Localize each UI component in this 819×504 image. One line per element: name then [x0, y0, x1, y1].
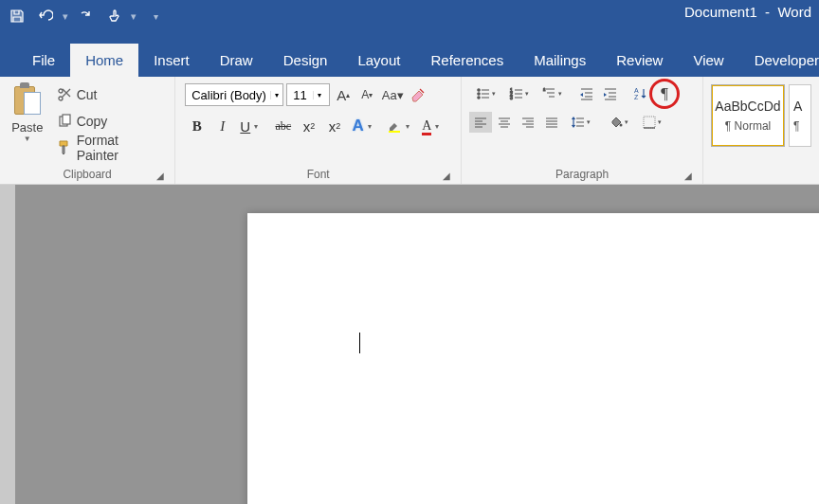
- highlight-button[interactable]: ▾: [383, 115, 416, 137]
- bullets-button[interactable]: ▾: [469, 83, 501, 104]
- text-cursor: [359, 333, 360, 353]
- tab-draw[interactable]: Draw: [205, 44, 268, 77]
- superscript-button[interactable]: x2: [322, 115, 346, 137]
- chevron-down-icon: ▾: [313, 91, 326, 99]
- align-left-button[interactable]: [469, 112, 492, 133]
- cut-button[interactable]: Cut: [51, 82, 170, 107]
- ribbon: Paste ▼ Cut Copy Format Painter Clipboar…: [0, 77, 819, 185]
- chevron-down-icon: ▾: [270, 91, 283, 99]
- svg-point-6: [477, 93, 479, 95]
- tab-view[interactable]: View: [678, 44, 738, 77]
- bullets-icon: [476, 86, 491, 101]
- paste-button[interactable]: Paste ▼: [6, 81, 49, 165]
- font-name-combo[interactable]: Calibri (Body)▾: [185, 83, 283, 106]
- paragraph-launcher-icon[interactable]: ◢: [682, 169, 695, 182]
- svg-point-7: [477, 97, 479, 99]
- qat-dropdown-arrow-icon[interactable]: ▾: [63, 10, 68, 23]
- save-button[interactable]: [6, 5, 28, 27]
- clipboard-icon: [12, 82, 43, 118]
- group-label-paragraph: Paragraph: [555, 168, 609, 181]
- svg-text:3: 3: [510, 95, 513, 100]
- multilevel-list-button[interactable]: 1▾: [536, 83, 568, 104]
- align-center-icon: [497, 115, 512, 130]
- line-spacing-button[interactable]: ▾: [564, 112, 596, 133]
- copy-button[interactable]: Copy: [51, 109, 170, 134]
- numbering-button[interactable]: 123▾: [502, 83, 535, 104]
- borders-button[interactable]: ▾: [635, 112, 667, 133]
- style-next[interactable]: A ¶: [789, 84, 811, 147]
- sort-icon: AZ: [633, 86, 648, 101]
- page[interactable]: [247, 213, 819, 504]
- align-right-icon: [520, 115, 536, 130]
- tab-file[interactable]: File: [17, 44, 70, 77]
- paint-bucket-icon: [609, 115, 624, 130]
- qat-dropdown-arrow-icon[interactable]: ▾: [131, 10, 136, 23]
- underline-button[interactable]: U▾: [236, 115, 269, 137]
- tab-developer[interactable]: Developer: [739, 44, 819, 77]
- highlighter-icon: [387, 118, 402, 134]
- redo-button[interactable]: [74, 5, 97, 27]
- tab-design[interactable]: Design: [268, 44, 343, 77]
- indent-icon: [603, 86, 618, 101]
- chevron-down-icon: ▾: [435, 122, 439, 131]
- change-case-button[interactable]: Aa▾: [380, 84, 405, 105]
- shrink-font-button[interactable]: A▾: [356, 84, 377, 105]
- touch-mode-button[interactable]: [102, 5, 125, 27]
- app-name: Word: [777, 4, 811, 20]
- show-hide-pilcrow-button[interactable]: ¶: [653, 83, 676, 104]
- group-clipboard: Paste ▼ Cut Copy Format Painter Clipboar…: [0, 77, 175, 184]
- font-size-combo[interactable]: 11▾: [286, 83, 330, 106]
- copy-icon: [57, 114, 72, 129]
- style-normal[interactable]: AaBbCcDd ¶ Normal: [711, 84, 785, 147]
- justify-button[interactable]: [540, 112, 563, 133]
- bold-button[interactable]: B: [185, 115, 209, 137]
- window-title: Document1 - Word: [684, 4, 811, 20]
- multilevel-icon: 1: [542, 86, 557, 101]
- sort-button[interactable]: AZ: [629, 83, 652, 104]
- shading-button[interactable]: ▾: [602, 112, 634, 133]
- subscript-button[interactable]: x2: [297, 115, 320, 137]
- group-paragraph: ▾ 123▾ 1▾ AZ ¶ ▾ ▾: [462, 77, 703, 184]
- chevron-down-icon[interactable]: ▼: [24, 135, 31, 143]
- svg-point-1: [59, 97, 63, 100]
- outdent-icon: [579, 86, 594, 101]
- tab-home[interactable]: Home: [70, 44, 138, 77]
- chevron-down-icon: ▾: [254, 122, 258, 131]
- style-sample: AaBbCcDd: [715, 99, 780, 114]
- group-label-font: Font: [307, 168, 330, 181]
- svg-point-14: [619, 124, 622, 127]
- paintbrush-icon: [57, 140, 72, 155]
- font-launcher-icon[interactable]: ◢: [440, 169, 453, 182]
- tab-insert[interactable]: Insert: [138, 44, 205, 77]
- align-left-icon: [473, 115, 488, 130]
- document-area[interactable]: [15, 185, 819, 504]
- text-effects-button[interactable]: A▾: [349, 115, 382, 137]
- qat-customize-icon[interactable]: ▾: [154, 11, 158, 22]
- tab-references[interactable]: References: [415, 44, 519, 77]
- scissors-icon: [57, 87, 72, 102]
- increase-indent-button[interactable]: [599, 83, 622, 104]
- workspace: [0, 185, 819, 504]
- italic-button[interactable]: I: [210, 115, 234, 137]
- numbering-icon: 123: [509, 86, 524, 101]
- group-font: Calibri (Body)▾ 11▾ A▴ A▾ Aa▾ B I U▾ abc…: [175, 77, 462, 184]
- svg-point-5: [477, 89, 479, 91]
- tab-mailings[interactable]: Mailings: [519, 44, 601, 77]
- format-painter-button[interactable]: Format Painter: [51, 135, 170, 160]
- grow-font-button[interactable]: A▴: [333, 84, 354, 105]
- decrease-indent-button[interactable]: [575, 83, 598, 104]
- tab-layout[interactable]: Layout: [342, 44, 415, 77]
- line-spacing-icon: [571, 115, 586, 130]
- clipboard-launcher-icon[interactable]: ◢: [154, 169, 167, 182]
- undo-button[interactable]: [34, 5, 57, 27]
- align-center-button[interactable]: [493, 112, 516, 133]
- tab-review[interactable]: Review: [601, 44, 678, 77]
- strikethrough-button[interactable]: abc: [271, 115, 295, 137]
- clear-formatting-button[interactable]: [408, 84, 428, 105]
- svg-point-0: [59, 89, 63, 93]
- group-label-clipboard: Clipboard: [63, 168, 111, 181]
- font-color-button[interactable]: A▾: [418, 115, 451, 137]
- align-right-button[interactable]: [517, 112, 539, 133]
- svg-text:A: A: [634, 87, 639, 94]
- svg-rect-15: [644, 117, 655, 128]
